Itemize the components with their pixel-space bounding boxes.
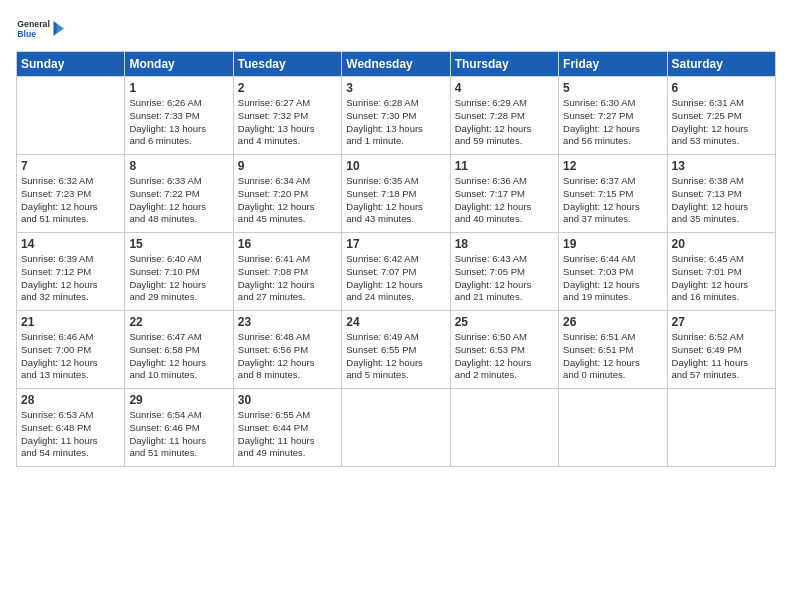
day-info: Sunrise: 6:27 AMSunset: 7:32 PMDaylight:…: [238, 97, 337, 148]
header: General Blue: [16, 16, 776, 41]
week-row-1: 1Sunrise: 6:26 AMSunset: 7:33 PMDaylight…: [17, 77, 776, 155]
day-cell: 11Sunrise: 6:36 AMSunset: 7:17 PMDayligh…: [450, 155, 558, 233]
day-number: 24: [346, 315, 445, 329]
day-cell: 2Sunrise: 6:27 AMSunset: 7:32 PMDaylight…: [233, 77, 341, 155]
day-cell: 14Sunrise: 6:39 AMSunset: 7:12 PMDayligh…: [17, 233, 125, 311]
day-info: Sunrise: 6:34 AMSunset: 7:20 PMDaylight:…: [238, 175, 337, 226]
day-info: Sunrise: 6:35 AMSunset: 7:18 PMDaylight:…: [346, 175, 445, 226]
day-cell: 25Sunrise: 6:50 AMSunset: 6:53 PMDayligh…: [450, 311, 558, 389]
day-info: Sunrise: 6:30 AMSunset: 7:27 PMDaylight:…: [563, 97, 662, 148]
day-cell: [667, 389, 775, 467]
day-cell: 19Sunrise: 6:44 AMSunset: 7:03 PMDayligh…: [559, 233, 667, 311]
day-info: Sunrise: 6:26 AMSunset: 7:33 PMDaylight:…: [129, 97, 228, 148]
day-cell: 12Sunrise: 6:37 AMSunset: 7:15 PMDayligh…: [559, 155, 667, 233]
day-info: Sunrise: 6:33 AMSunset: 7:22 PMDaylight:…: [129, 175, 228, 226]
day-number: 7: [21, 159, 120, 173]
week-row-2: 7Sunrise: 6:32 AMSunset: 7:23 PMDaylight…: [17, 155, 776, 233]
day-number: 4: [455, 81, 554, 95]
day-info: Sunrise: 6:44 AMSunset: 7:03 PMDaylight:…: [563, 253, 662, 304]
day-cell: 8Sunrise: 6:33 AMSunset: 7:22 PMDaylight…: [125, 155, 233, 233]
day-cell: 28Sunrise: 6:53 AMSunset: 6:48 PMDayligh…: [17, 389, 125, 467]
day-cell: 4Sunrise: 6:29 AMSunset: 7:28 PMDaylight…: [450, 77, 558, 155]
day-cell: 10Sunrise: 6:35 AMSunset: 7:18 PMDayligh…: [342, 155, 450, 233]
day-number: 16: [238, 237, 337, 251]
day-number: 2: [238, 81, 337, 95]
calendar-table: SundayMondayTuesdayWednesdayThursdayFrid…: [16, 51, 776, 467]
day-number: 21: [21, 315, 120, 329]
day-number: 10: [346, 159, 445, 173]
day-info: Sunrise: 6:48 AMSunset: 6:56 PMDaylight:…: [238, 331, 337, 382]
week-row-3: 14Sunrise: 6:39 AMSunset: 7:12 PMDayligh…: [17, 233, 776, 311]
day-info: Sunrise: 6:29 AMSunset: 7:28 PMDaylight:…: [455, 97, 554, 148]
day-number: 1: [129, 81, 228, 95]
day-info: Sunrise: 6:39 AMSunset: 7:12 PMDaylight:…: [21, 253, 120, 304]
day-number: 8: [129, 159, 228, 173]
weekday-header-sunday: Sunday: [17, 52, 125, 77]
day-cell: [342, 389, 450, 467]
day-number: 9: [238, 159, 337, 173]
day-info: Sunrise: 6:53 AMSunset: 6:48 PMDaylight:…: [21, 409, 120, 460]
day-number: 5: [563, 81, 662, 95]
day-cell: 17Sunrise: 6:42 AMSunset: 7:07 PMDayligh…: [342, 233, 450, 311]
day-cell: 30Sunrise: 6:55 AMSunset: 6:44 PMDayligh…: [233, 389, 341, 467]
weekday-header-monday: Monday: [125, 52, 233, 77]
day-cell: 22Sunrise: 6:47 AMSunset: 6:58 PMDayligh…: [125, 311, 233, 389]
day-info: Sunrise: 6:52 AMSunset: 6:49 PMDaylight:…: [672, 331, 771, 382]
day-cell: [559, 389, 667, 467]
day-cell: 26Sunrise: 6:51 AMSunset: 6:51 PMDayligh…: [559, 311, 667, 389]
day-info: Sunrise: 6:50 AMSunset: 6:53 PMDaylight:…: [455, 331, 554, 382]
day-number: 29: [129, 393, 228, 407]
day-number: 25: [455, 315, 554, 329]
day-number: 30: [238, 393, 337, 407]
svg-text:General: General: [17, 19, 50, 29]
day-info: Sunrise: 6:28 AMSunset: 7:30 PMDaylight:…: [346, 97, 445, 148]
day-cell: 3Sunrise: 6:28 AMSunset: 7:30 PMDaylight…: [342, 77, 450, 155]
weekday-header-saturday: Saturday: [667, 52, 775, 77]
day-number: 6: [672, 81, 771, 95]
week-row-5: 28Sunrise: 6:53 AMSunset: 6:48 PMDayligh…: [17, 389, 776, 467]
day-number: 20: [672, 237, 771, 251]
day-cell: 13Sunrise: 6:38 AMSunset: 7:13 PMDayligh…: [667, 155, 775, 233]
day-info: Sunrise: 6:49 AMSunset: 6:55 PMDaylight:…: [346, 331, 445, 382]
day-number: 17: [346, 237, 445, 251]
logo: General Blue: [16, 16, 66, 41]
day-cell: 15Sunrise: 6:40 AMSunset: 7:10 PMDayligh…: [125, 233, 233, 311]
day-cell: 29Sunrise: 6:54 AMSunset: 6:46 PMDayligh…: [125, 389, 233, 467]
day-info: Sunrise: 6:41 AMSunset: 7:08 PMDaylight:…: [238, 253, 337, 304]
weekday-header-row: SundayMondayTuesdayWednesdayThursdayFrid…: [17, 52, 776, 77]
day-info: Sunrise: 6:46 AMSunset: 7:00 PMDaylight:…: [21, 331, 120, 382]
day-info: Sunrise: 6:47 AMSunset: 6:58 PMDaylight:…: [129, 331, 228, 382]
day-info: Sunrise: 6:51 AMSunset: 6:51 PMDaylight:…: [563, 331, 662, 382]
day-number: 13: [672, 159, 771, 173]
day-number: 12: [563, 159, 662, 173]
day-cell: 1Sunrise: 6:26 AMSunset: 7:33 PMDaylight…: [125, 77, 233, 155]
weekday-header-wednesday: Wednesday: [342, 52, 450, 77]
day-cell: 5Sunrise: 6:30 AMSunset: 7:27 PMDaylight…: [559, 77, 667, 155]
day-cell: [450, 389, 558, 467]
weekday-header-thursday: Thursday: [450, 52, 558, 77]
svg-text:Blue: Blue: [17, 29, 36, 39]
day-number: 28: [21, 393, 120, 407]
day-cell: 9Sunrise: 6:34 AMSunset: 7:20 PMDaylight…: [233, 155, 341, 233]
day-number: 27: [672, 315, 771, 329]
weekday-header-friday: Friday: [559, 52, 667, 77]
calendar-page: General Blue SundayMondayTuesdayWednesda…: [0, 0, 792, 612]
day-number: 23: [238, 315, 337, 329]
day-cell: 21Sunrise: 6:46 AMSunset: 7:00 PMDayligh…: [17, 311, 125, 389]
day-number: 3: [346, 81, 445, 95]
weekday-header-tuesday: Tuesday: [233, 52, 341, 77]
day-cell: [17, 77, 125, 155]
day-info: Sunrise: 6:32 AMSunset: 7:23 PMDaylight:…: [21, 175, 120, 226]
day-cell: 16Sunrise: 6:41 AMSunset: 7:08 PMDayligh…: [233, 233, 341, 311]
day-number: 11: [455, 159, 554, 173]
day-number: 22: [129, 315, 228, 329]
day-cell: 7Sunrise: 6:32 AMSunset: 7:23 PMDaylight…: [17, 155, 125, 233]
day-info: Sunrise: 6:45 AMSunset: 7:01 PMDaylight:…: [672, 253, 771, 304]
day-info: Sunrise: 6:36 AMSunset: 7:17 PMDaylight:…: [455, 175, 554, 226]
day-cell: 18Sunrise: 6:43 AMSunset: 7:05 PMDayligh…: [450, 233, 558, 311]
day-number: 14: [21, 237, 120, 251]
day-info: Sunrise: 6:42 AMSunset: 7:07 PMDaylight:…: [346, 253, 445, 304]
svg-marker-3: [57, 24, 65, 34]
week-row-4: 21Sunrise: 6:46 AMSunset: 7:00 PMDayligh…: [17, 311, 776, 389]
logo-icon: General Blue: [16, 16, 66, 41]
